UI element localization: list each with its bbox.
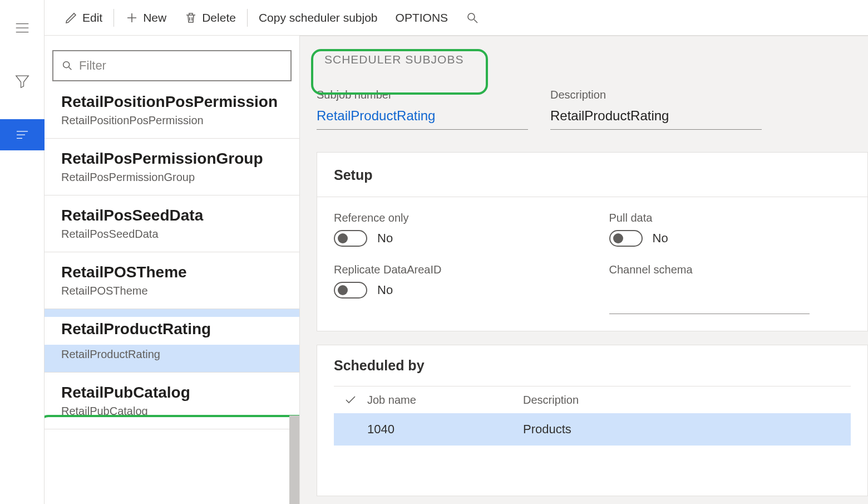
list-item[interactable]: RetailPosSeedData RetailPosSeedData (45, 195, 299, 252)
list-item[interactable]: RetailPubCatalog RetailPubCatalog (45, 372, 299, 429)
check-icon (344, 393, 357, 407)
field-subjob-number: Subjob number RetailProductRating (317, 89, 528, 130)
svg-point-0 (468, 13, 475, 20)
list-item-sub: RetailProductRating (61, 348, 286, 361)
plus-icon (125, 11, 139, 25)
delete-label: Delete (202, 11, 236, 25)
field-label: Pull data (609, 212, 851, 224)
pencil-icon (65, 11, 78, 25)
action-toolbar: Edit New Delete Copy scheduler subjob OP… (45, 0, 868, 36)
table-row[interactable]: 1040 Products (334, 413, 851, 446)
trash-icon (184, 11, 198, 25)
list-item-sub: RetailPOSTheme (61, 285, 286, 297)
svg-point-1 (63, 62, 70, 68)
col-description[interactable]: Description (523, 394, 851, 407)
edit-label: Edit (82, 11, 102, 25)
scrollbar-thumb[interactable] (289, 415, 299, 504)
cell-job-name: 1040 (367, 422, 523, 437)
list-item-title: RetailPosPermissionGroup (61, 150, 286, 168)
list-item-sub: RetailPubCatalog (61, 405, 286, 418)
list-item-selected[interactable]: RetailProductRating RetailProductRating (45, 309, 299, 373)
field-label: Reference only (334, 212, 576, 224)
list-item-title: RetailPosSeedData (61, 207, 286, 224)
setup-card: Setup Reference only No Pull data (317, 152, 868, 331)
copy-subjob-label: Copy scheduler subjob (259, 11, 378, 25)
delete-button[interactable]: Delete (175, 0, 245, 35)
cell-description: Products (523, 422, 851, 437)
nav-list-active[interactable] (0, 119, 45, 150)
list-icon (14, 126, 31, 143)
field-label: Channel schema (609, 263, 851, 276)
copy-subjob-button[interactable]: Copy scheduler subjob (250, 0, 387, 35)
list-item-sub: RetailPosPermissionGroup (61, 171, 286, 184)
edit-button[interactable]: Edit (56, 0, 111, 35)
field-replicate-dataareaid: Replicate DataAreaID No (334, 263, 576, 314)
new-button[interactable]: New (116, 0, 175, 35)
toggle-reference-only[interactable] (334, 230, 367, 247)
table-header: Job name Description (334, 386, 851, 413)
list-item-sub: RetailPositionPosPermission (61, 114, 286, 127)
detail-panel: SCHEDULER SUBJOBS Subjob number RetailPr… (299, 36, 868, 504)
hamburger-icon (14, 19, 31, 36)
field-pull-data: Pull data No (609, 212, 851, 247)
toggle-pull-data[interactable] (609, 230, 643, 247)
field-label: Description (550, 89, 762, 101)
toggle-replicate-dataareaid[interactable] (334, 282, 367, 299)
toggle-value: No (377, 283, 393, 297)
col-job-name[interactable]: Job name (367, 394, 523, 407)
field-description: Description RetailProductRating (550, 89, 762, 130)
subjob-number-value[interactable]: RetailProductRating (317, 105, 528, 130)
search-icon (466, 11, 479, 25)
description-value[interactable]: RetailProductRating (550, 105, 762, 130)
list-item-sub: RetailPosSeedData (61, 228, 286, 241)
options-button[interactable]: OPTIONS (387, 0, 457, 35)
toggle-value: No (377, 231, 393, 246)
list-item-title: RetailPositionPosPermission (61, 93, 286, 111)
list-item-title: RetailPOSTheme (61, 263, 286, 281)
field-label: Subjob number (317, 89, 528, 101)
field-label: Replicate DataAreaID (334, 263, 576, 276)
page-title: SCHEDULER SUBJOBS (324, 53, 463, 66)
channel-schema-input[interactable] (609, 292, 810, 314)
table-check-header[interactable] (334, 393, 367, 407)
toggle-value: No (653, 231, 668, 246)
list-item[interactable]: RetailPosPermissionGroup RetailPosPermis… (45, 138, 299, 195)
options-label: OPTIONS (396, 11, 448, 25)
setup-heading: Setup (334, 167, 851, 183)
list-item-title: RetailProductRating (61, 320, 286, 338)
subjob-list: RetailPositionPosPermission RetailPositi… (45, 91, 299, 504)
list-item[interactable]: RetailPositionPosPermission RetailPositi… (45, 91, 299, 139)
new-label: New (143, 11, 166, 25)
search-icon (61, 59, 73, 72)
field-reference-only: Reference only No (334, 212, 576, 247)
nav-hamburger[interactable] (0, 12, 45, 43)
scheduled-heading: Scheduled by (334, 358, 851, 374)
funnel-icon (14, 73, 31, 90)
field-channel-schema: Channel schema (609, 263, 851, 314)
toolbar-separator (114, 9, 114, 27)
nav-filter-funnel[interactable] (0, 66, 45, 97)
filter-input[interactable] (79, 58, 283, 73)
list-item[interactable]: RetailPOSTheme RetailPOSTheme (45, 252, 299, 309)
toolbar-separator (247, 9, 248, 27)
scheduled-table: Job name Description 1040 Products (334, 386, 851, 496)
filter-box[interactable] (52, 50, 292, 81)
toolbar-search[interactable] (457, 0, 488, 35)
nav-rail (0, 0, 45, 504)
table-empty-space (334, 446, 851, 496)
list-item-title: RetailPubCatalog (61, 384, 286, 402)
card-divider (317, 197, 867, 197)
scheduled-by-card: Scheduled by Job name Description 1040 (317, 345, 868, 496)
subjob-list-panel: RetailPositionPosPermission RetailPositi… (45, 36, 299, 504)
